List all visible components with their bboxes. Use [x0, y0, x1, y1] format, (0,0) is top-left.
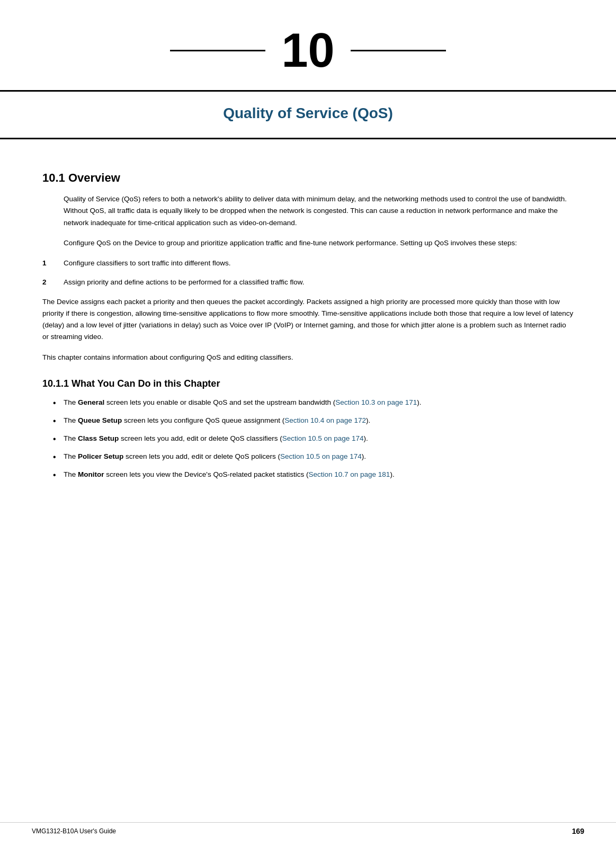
bullet-icon-2: • — [53, 415, 64, 428]
step-item-2: 2 Assign priority and define actions to … — [42, 277, 574, 288]
link-section-10-4[interactable]: Section 10.4 on page 172 — [284, 416, 366, 424]
bullet-text-2: The Queue Setup screen lets you configur… — [64, 415, 574, 426]
bold-monitor: Monitor — [78, 470, 104, 478]
chapter-header: 10 — [0, 0, 616, 92]
bullet-item-4: • The Policer Setup screen lets you add,… — [53, 451, 574, 464]
bullet-icon-3: • — [53, 433, 64, 446]
bullet-text-4: The Policer Setup screen lets you add, e… — [64, 451, 574, 462]
page-container: 10 Quality of Service (QoS) 10.1 Overvie… — [0, 0, 616, 846]
bold-class-setup: Class Setup — [78, 434, 119, 442]
numbered-steps-list: 1 Configure classifiers to sort traffic … — [42, 257, 574, 289]
bullet-list-whatyoucando: • The General screen lets you enable or … — [53, 397, 574, 482]
bullet-text-1: The General screen lets you enable or di… — [64, 397, 574, 408]
chapter-title: Quality of Service (QoS) — [0, 92, 616, 139]
step-text-2: Assign priority and define actions to be… — [64, 277, 574, 288]
bullet-icon-1: • — [53, 397, 64, 409]
bullet-text-3: The Class Setup screen lets you add, edi… — [64, 433, 574, 444]
bullet-item-5: • The Monitor screen lets you view the D… — [53, 469, 574, 482]
bullet-item-1: • The General screen lets you enable or … — [53, 397, 574, 409]
chapter-bar-right — [351, 50, 446, 51]
bullet-icon-5: • — [53, 469, 64, 482]
chapter-bar-left — [170, 50, 265, 51]
overview-paragraph4: This chapter contains information about … — [42, 352, 574, 363]
footer-page-number: 169 — [572, 827, 584, 835]
bold-general: General — [78, 398, 104, 406]
bullet-item-3: • The Class Setup screen lets you add, e… — [53, 433, 574, 446]
bullet-text-5: The Monitor screen lets you view the Dev… — [64, 469, 574, 480]
overview-paragraph2: Configure QoS on the Device to group and… — [64, 237, 574, 249]
content-area: 10.1 Overview Quality of Service (QoS) r… — [0, 139, 616, 519]
bullet-icon-4: • — [53, 451, 64, 464]
chapter-number: 10 — [281, 21, 334, 79]
link-section-10-5a[interactable]: Section 10.5 on page 174 — [282, 434, 364, 442]
overview-paragraph1: Quality of Service (QoS) refers to both … — [64, 193, 574, 229]
step-number-2: 2 — [42, 277, 64, 288]
link-section-10-7[interactable]: Section 10.7 on page 181 — [309, 470, 390, 478]
section-heading-whatyoucando: 10.1.1 What You Can Do in this Chapter — [42, 378, 574, 389]
step-number-1: 1 — [42, 257, 64, 269]
page-footer: VMG1312-B10A User's Guide 169 — [0, 822, 616, 835]
chapter-number-section: 10 — [170, 21, 445, 79]
section-heading-overview: 10.1 Overview — [42, 171, 574, 185]
step-item-1: 1 Configure classifiers to sort traffic … — [42, 257, 574, 269]
bullet-item-2: • The Queue Setup screen lets you config… — [53, 415, 574, 428]
bold-queue-setup: Queue Setup — [78, 416, 122, 424]
step-text-1: Configure classifiers to sort traffic in… — [64, 257, 574, 269]
footer-left-text: VMG1312-B10A User's Guide — [32, 827, 116, 835]
overview-paragraph3: The Device assigns each packet a priorit… — [42, 296, 574, 343]
bold-policer-setup: Policer Setup — [78, 452, 123, 460]
link-section-10-3[interactable]: Section 10.3 on page 171 — [335, 398, 417, 406]
link-section-10-5b[interactable]: Section 10.5 on page 174 — [280, 452, 362, 460]
